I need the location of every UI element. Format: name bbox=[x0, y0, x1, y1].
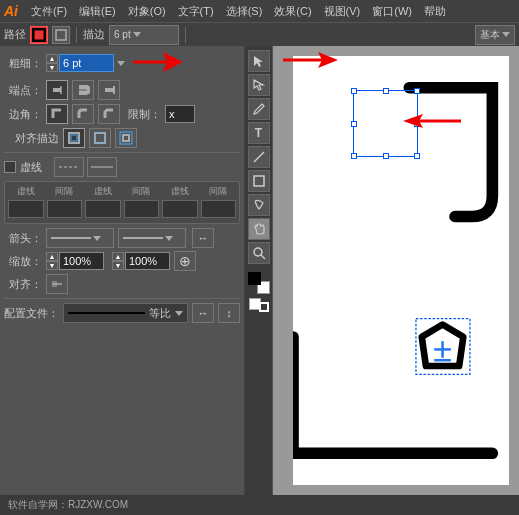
cap-square[interactable] bbox=[98, 80, 120, 100]
stroke-panel: 粗细： ▲ ▼ 6 pt 端点： bbox=[0, 46, 245, 515]
handle-bm[interactable] bbox=[383, 153, 389, 159]
dash-lbl4: 间隔 bbox=[124, 185, 160, 198]
gap-input-1[interactable] bbox=[47, 200, 83, 218]
fill-stroke-indicator bbox=[249, 298, 269, 312]
cap-round[interactable] bbox=[72, 80, 94, 100]
tool-brush[interactable] bbox=[248, 194, 270, 216]
corner-round[interactable] bbox=[72, 104, 94, 124]
tool-rect[interactable] bbox=[248, 170, 270, 192]
scale-label: 缩放： bbox=[4, 254, 42, 269]
svg-rect-23 bbox=[254, 176, 264, 186]
gap-input-3[interactable] bbox=[201, 200, 237, 218]
menu-help[interactable]: 帮助 bbox=[419, 2, 451, 21]
dash-lbl6: 间隔 bbox=[201, 185, 237, 198]
scale1-input[interactable]: 100% bbox=[59, 252, 104, 270]
limit-label: 限制： bbox=[128, 107, 161, 122]
profile-dropdown-arrow bbox=[175, 311, 183, 316]
scale1-spinner[interactable]: ▲ ▼ bbox=[46, 252, 58, 270]
tool-line[interactable] bbox=[248, 146, 270, 168]
scale2-up[interactable]: ▲ bbox=[112, 252, 124, 261]
tool-hand[interactable] bbox=[248, 218, 270, 240]
red-arrow-panel bbox=[283, 48, 338, 73]
menu-edit[interactable]: 编辑(E) bbox=[74, 2, 121, 21]
dash-input-1[interactable] bbox=[8, 200, 44, 218]
menu-view[interactable]: 视图(V) bbox=[319, 2, 366, 21]
arrow-start-dropdown[interactable] bbox=[46, 228, 114, 248]
scale1-up[interactable]: ▲ bbox=[46, 252, 58, 261]
align-center[interactable] bbox=[63, 128, 85, 148]
handle-tr[interactable] bbox=[414, 88, 420, 94]
menu-file[interactable]: 文件(F) bbox=[26, 2, 72, 21]
weight-label: 粗细： bbox=[4, 56, 42, 71]
arrow-end-dropdown[interactable] bbox=[118, 228, 186, 248]
align-stroke-row: 对齐描边 bbox=[4, 128, 240, 148]
dash-input-3[interactable] bbox=[162, 200, 198, 218]
stroke-color-box[interactable] bbox=[30, 26, 48, 44]
spin-up[interactable]: ▲ bbox=[46, 54, 58, 63]
svg-line-25 bbox=[261, 255, 265, 259]
dash-inputs-row bbox=[8, 200, 236, 218]
profile-dropdown[interactable]: 等比 bbox=[63, 303, 188, 323]
basic-dropdown[interactable]: 基本 bbox=[475, 25, 515, 45]
dash-inputs-section: 虚线 间隔 虚线 间隔 虚线 间隔 bbox=[4, 181, 240, 224]
dash-sharp[interactable] bbox=[87, 157, 117, 177]
left-toolbar: T bbox=[245, 46, 273, 515]
svg-rect-13 bbox=[95, 133, 105, 143]
stroke-box[interactable] bbox=[259, 302, 269, 312]
dash-rounded[interactable] bbox=[54, 157, 84, 177]
spin-down[interactable]: ▼ bbox=[46, 63, 58, 72]
handle-ml[interactable] bbox=[351, 121, 357, 127]
align-stroke-label: 对齐描边 bbox=[4, 131, 59, 146]
svg-rect-14 bbox=[123, 135, 129, 141]
weight-spinner[interactable]: ▲ ▼ bbox=[46, 54, 58, 72]
handle-tm[interactable] bbox=[383, 88, 389, 94]
menu-select[interactable]: 选择(S) bbox=[221, 2, 268, 21]
handle-br[interactable] bbox=[414, 153, 420, 159]
profile-line bbox=[68, 312, 145, 314]
color-controls bbox=[248, 272, 270, 294]
tool-zoom[interactable] bbox=[248, 242, 270, 264]
align-outside[interactable] bbox=[115, 128, 137, 148]
menu-object[interactable]: 对象(O) bbox=[123, 2, 171, 21]
dash-checkbox[interactable] bbox=[4, 161, 16, 173]
arrow-label: 箭头： bbox=[4, 231, 42, 246]
arrow-swap[interactable]: ↔ bbox=[192, 228, 214, 248]
corner-miter[interactable] bbox=[46, 104, 68, 124]
foreground-color[interactable] bbox=[248, 272, 261, 285]
svg-rect-15 bbox=[120, 132, 132, 144]
handle-tl[interactable] bbox=[351, 88, 357, 94]
stroke-dropdown[interactable]: 6 pt bbox=[109, 25, 179, 45]
scale1-down[interactable]: ▼ bbox=[46, 261, 58, 270]
handle-bl[interactable] bbox=[351, 153, 357, 159]
tool-text[interactable]: T bbox=[248, 122, 270, 144]
gap-input-2[interactable] bbox=[124, 200, 160, 218]
profile-flip-v[interactable]: ↕ bbox=[218, 303, 240, 323]
stroke-shape-box[interactable] bbox=[52, 26, 70, 44]
tool-select[interactable] bbox=[248, 50, 270, 72]
svg-rect-1 bbox=[56, 30, 66, 40]
menu-text[interactable]: 文字(T) bbox=[173, 2, 219, 21]
scale2-spinner[interactable]: ▲ ▼ bbox=[112, 252, 124, 270]
svg-rect-19 bbox=[52, 281, 57, 287]
weight-dropdown-arrow bbox=[117, 61, 125, 66]
scale2-input[interactable]: 100% bbox=[125, 252, 170, 270]
cap-butt[interactable] bbox=[46, 80, 68, 100]
weight-input[interactable]: 6 pt bbox=[59, 54, 114, 72]
svg-point-24 bbox=[254, 248, 262, 256]
tool-pen[interactable] bbox=[248, 98, 270, 120]
scale2-down[interactable]: ▼ bbox=[112, 261, 124, 270]
align-inside[interactable] bbox=[89, 128, 111, 148]
main-area: 粗细： ▲ ▼ 6 pt 端点： bbox=[0, 46, 519, 515]
limit-input[interactable]: x bbox=[165, 105, 195, 123]
tool-direct-select[interactable] bbox=[248, 74, 270, 96]
dash-input-2[interactable] bbox=[85, 200, 121, 218]
cap-row: 端点： bbox=[4, 80, 240, 100]
scale-link[interactable]: ⊕ bbox=[174, 251, 196, 271]
menu-bar: Ai 文件(F) 编辑(E) 对象(O) 文字(T) 选择(S) 效果(C) 视… bbox=[0, 0, 519, 22]
menu-effect[interactable]: 效果(C) bbox=[269, 2, 316, 21]
align-start[interactable] bbox=[46, 274, 68, 294]
profile-flip-h[interactable]: ↔ bbox=[192, 303, 214, 323]
menu-window[interactable]: 窗口(W) bbox=[367, 2, 417, 21]
corner-bevel[interactable] bbox=[98, 104, 120, 124]
drawing-surface bbox=[293, 56, 509, 485]
